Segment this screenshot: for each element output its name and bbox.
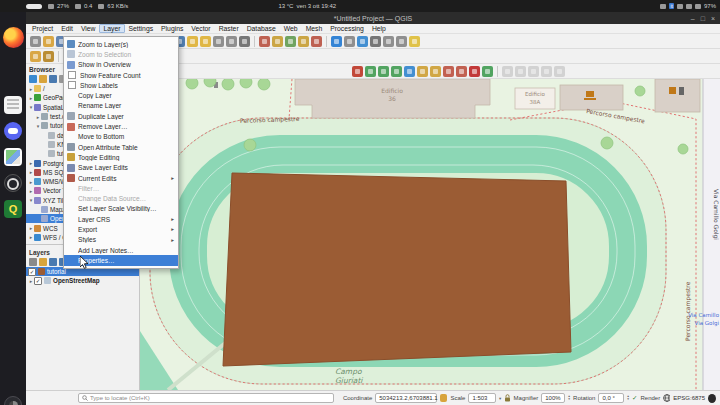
tutorial-feature-polygon[interactable] xyxy=(223,173,571,366)
annotation-flag-icon[interactable] xyxy=(469,66,480,77)
add-group-icon[interactable] xyxy=(39,258,47,266)
style-dock-icon[interactable] xyxy=(30,51,41,62)
processing-toolbox-icon[interactable] xyxy=(357,36,368,47)
menu-item-layer-crs[interactable]: Layer CRS▸ xyxy=(64,214,178,224)
add-favorite-icon[interactable] xyxy=(39,75,47,83)
rotation-spin-arrows[interactable]: ▴▾ xyxy=(627,395,629,402)
menu-plugins[interactable]: Plugins xyxy=(157,24,187,33)
shape-rect-2pt-icon[interactable] xyxy=(417,66,428,77)
menu-item-add-layer-notes[interactable]: Add Layer Notes… xyxy=(64,245,178,255)
profile-chart-icon[interactable] xyxy=(352,66,363,77)
new-layer-icon[interactable] xyxy=(272,36,283,47)
rotation-spinbox[interactable]: 0,0 ° xyxy=(598,393,624,403)
menu-item-rename-layer[interactable]: Rename Layer xyxy=(64,101,178,111)
shape-rect-3pt-icon[interactable] xyxy=(430,66,441,77)
firefox-dock-icon[interactable] xyxy=(3,27,24,48)
menu-item-copy-layer[interactable]: Copy Layer xyxy=(64,90,178,100)
scale-combo[interactable]: 1:503 xyxy=(468,393,496,403)
layer-visibility-checkbox[interactable]: ✓ xyxy=(28,268,36,276)
menu-edit[interactable]: Edit xyxy=(57,24,77,33)
select-features-icon[interactable] xyxy=(187,36,198,47)
magnifier-spinbox[interactable]: 100% xyxy=(541,393,565,403)
shape-regular-polygon-icon[interactable] xyxy=(443,66,454,77)
data-source-manager-icon[interactable] xyxy=(259,36,270,47)
menu-item-save-layer-edits[interactable]: Save Layer Edits xyxy=(64,163,178,173)
menu-processing[interactable]: Processing xyxy=(326,24,368,33)
window-titlebar[interactable]: *Untitled Project — QGIS –□× xyxy=(26,12,720,24)
menu-vector[interactable]: Vector xyxy=(187,24,214,33)
menu-web[interactable]: Web xyxy=(280,24,302,33)
system-tray[interactable]: it 97% xyxy=(660,3,716,9)
menu-item-show-labels[interactable]: Show Labels xyxy=(64,80,178,90)
search-icon[interactable] xyxy=(331,36,342,47)
menu-item-current-edits[interactable]: Current Edits▸ xyxy=(64,173,178,183)
magnifier-spin-arrows[interactable]: ▴▾ xyxy=(568,395,570,402)
shape-circle-2pt-icon[interactable] xyxy=(365,66,376,77)
menu-item-show-feature-count[interactable]: Show Feature Count xyxy=(64,70,178,80)
map-canvas[interactable]: Edificio 36 Edificio 38A Via Camillo Gol… xyxy=(140,79,720,390)
menu-view[interactable]: View xyxy=(77,24,100,33)
clock-indicator[interactable]: 13 °C ven 3 ott 19:42 xyxy=(278,3,336,9)
menu-item-open-attribute-table[interactable]: Open Attribute Table xyxy=(64,142,178,152)
add-raster-layer-icon[interactable] xyxy=(298,36,309,47)
scale-dropdown-arrow[interactable]: ▾ xyxy=(499,396,501,401)
shape-polygon-center-icon[interactable] xyxy=(456,66,467,77)
menu-raster[interactable]: Raster xyxy=(215,24,243,33)
appgrid-dock-icon[interactable] xyxy=(4,396,22,405)
window-button[interactable]: – xyxy=(691,15,695,22)
measure-icon[interactable] xyxy=(226,36,237,47)
statistics-sum-icon[interactable] xyxy=(239,36,250,47)
layout-grid-icon[interactable] xyxy=(383,36,394,47)
attribute-grid-icon[interactable] xyxy=(344,36,355,47)
refresh-icon[interactable] xyxy=(29,75,37,83)
styling-dock-icon[interactable] xyxy=(29,258,37,266)
new-project-icon[interactable] xyxy=(30,36,41,47)
annotation-pencil-icon[interactable] xyxy=(482,66,493,77)
menu-item-move-to-bottom[interactable]: Move to Bottom xyxy=(64,132,178,142)
menu-item-toggle-editing[interactable]: Toggle Editing xyxy=(64,152,178,162)
menu-item-zoom-to-layer-s[interactable]: Zoom to Layer(s) xyxy=(64,39,178,49)
window-button[interactable]: □ xyxy=(701,15,705,22)
menu-mesh[interactable]: Mesh xyxy=(302,24,327,33)
discord-dock-icon[interactable] xyxy=(4,122,22,140)
menu-item-show-in-overview[interactable]: Show in Overview xyxy=(64,60,178,70)
crs-globe-icon[interactable] xyxy=(663,394,670,402)
menu-settings[interactable]: Settings xyxy=(125,24,158,33)
add-vector-layer-icon[interactable] xyxy=(285,36,296,47)
manage-themes-icon[interactable] xyxy=(49,258,57,266)
menu-help[interactable]: Help xyxy=(368,24,390,33)
menu-item-styles[interactable]: Styles▸ xyxy=(64,235,178,245)
coordinate-input[interactable]: 5034213.2,6703881.1 xyxy=(375,393,437,403)
filter-icon[interactable] xyxy=(49,75,57,83)
layer-item-openstreetmap[interactable]: ▸✓OpenStreetMap xyxy=(26,276,139,285)
menu-item-set-layer-scale-visibility[interactable]: Set Layer Scale Visibility… xyxy=(64,204,178,214)
messages-button[interactable] xyxy=(708,394,716,403)
recorder-dock-icon[interactable] xyxy=(4,174,22,192)
open-attribute-table-icon[interactable] xyxy=(213,36,224,47)
texteditor-dock-icon[interactable] xyxy=(4,96,22,114)
menu-project[interactable]: Project xyxy=(28,24,57,33)
window-button[interactable]: × xyxy=(711,15,715,22)
shape-ellipse-icon[interactable] xyxy=(404,66,415,77)
locate-input[interactable]: Type to locate (Ctrl+K) xyxy=(78,393,334,403)
activities-indicator[interactable] xyxy=(26,4,42,9)
legend-lines-icon[interactable] xyxy=(396,36,407,47)
lock-icon[interactable] xyxy=(504,394,510,402)
menu-item-export[interactable]: Export▸ xyxy=(64,224,178,234)
shape-circle-center-icon[interactable] xyxy=(391,66,402,77)
menu-item-remove-layer[interactable]: Remove Layer… xyxy=(64,121,178,131)
extent-icon[interactable] xyxy=(440,394,447,402)
layer-visibility-checkbox[interactable]: ✓ xyxy=(34,277,42,285)
toggle-editing-pencil-icon[interactable] xyxy=(43,51,54,62)
deselect-features-icon[interactable] xyxy=(200,36,211,47)
menu-layer[interactable]: Layer xyxy=(99,24,124,33)
maps-dock-icon[interactable] xyxy=(4,148,22,166)
statistics-icon[interactable] xyxy=(370,36,381,47)
open-project-icon[interactable] xyxy=(43,36,54,47)
shape-circle-3pt-icon[interactable] xyxy=(378,66,389,77)
render-checkbox[interactable]: ✓ xyxy=(632,394,637,402)
menu-item-duplicate-layer[interactable]: Duplicate Layer xyxy=(64,111,178,121)
map-tips-icon[interactable] xyxy=(409,36,420,47)
crs-label[interactable]: EPSG:6875 xyxy=(673,395,705,401)
menu-database[interactable]: Database xyxy=(243,24,280,33)
